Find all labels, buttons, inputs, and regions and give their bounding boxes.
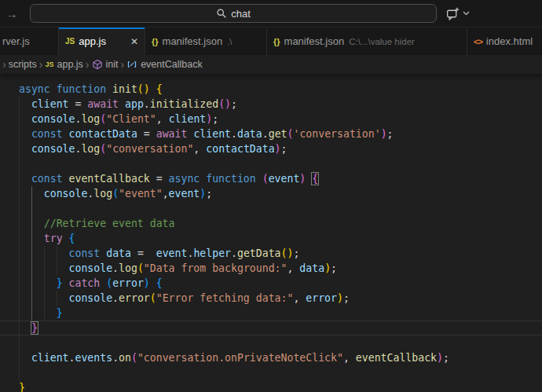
token-str: "Error fetching data:": [156, 292, 294, 304]
code-line[interactable]: [0, 335, 542, 350]
code-line[interactable]: console.log("Data from background:", dat…: [0, 261, 542, 276]
code-text: client.events.on("conversation.onPrivate…: [19, 352, 449, 364]
breadcrumb-item-scripts[interactable]: scripts: [9, 59, 37, 70]
code-line[interactable]: [0, 156, 542, 171]
tab-server-js[interactable]: rver.js: [0, 27, 59, 55]
token-fn: log: [93, 188, 112, 200]
token-pun: .: [231, 247, 237, 259]
active-tab-indicator: [59, 27, 145, 29]
token-b2: (: [100, 113, 106, 125]
token-b1: }: [19, 382, 25, 392]
breadcrumb-item-init[interactable]: init: [92, 59, 119, 70]
indent-guide: [31, 201, 32, 216]
token-ctrl: await: [156, 128, 188, 140]
token-pun: [100, 277, 106, 289]
indent-guide: [19, 171, 20, 186]
code-text: console.log("event",event);: [19, 188, 212, 200]
indent-guide: [19, 261, 20, 276]
token-pun: ,: [293, 292, 306, 304]
tab-app-js[interactable]: JS app.js ✕: [59, 27, 145, 55]
tab-path-suffix: .\: [227, 37, 232, 46]
code-text: console.log("Data from background:", dat…: [19, 262, 337, 274]
forward-arrow-button[interactable]: →: [0, 7, 24, 20]
tab-manifest-json-2[interactable]: {} manifest.json C:\...\value hider: [267, 27, 467, 55]
token-var: client: [169, 113, 207, 125]
code-line[interactable]: [0, 365, 542, 380]
code-text: } catch (error) {: [19, 277, 163, 289]
token-pun: ,: [156, 113, 169, 125]
js-file-icon: JS: [65, 37, 75, 46]
code-line[interactable]: console.error("Error fetching data:", er…: [0, 291, 542, 306]
code-line[interactable]: [0, 201, 542, 216]
code-text: const eventCallback = async function (ev…: [19, 173, 318, 185]
indent-guide: [31, 291, 32, 306]
token-b2: ): [437, 352, 443, 364]
code-line[interactable]: console.log("event",event);: [0, 186, 542, 201]
token-pun: [256, 173, 262, 185]
chevron-down-icon[interactable]: [463, 11, 470, 16]
token-pun: [63, 233, 69, 244]
token-var: error: [306, 292, 337, 304]
token-b1: (: [137, 262, 144, 274]
token-pun: [119, 98, 125, 110]
code-text: }: [19, 382, 25, 392]
search-text: chat: [231, 8, 251, 20]
token-str: 'conversation': [293, 128, 380, 140]
code-line[interactable]: }: [0, 380, 542, 392]
code-line[interactable]: console.log("Client", client);: [0, 112, 542, 126]
code-line[interactable]: console.log("conversation", contactData)…: [0, 141, 542, 156]
code-line[interactable]: async function init() {: [0, 82, 542, 97]
token-pun: ;: [387, 128, 394, 140]
token-fn: init: [112, 83, 137, 95]
token-pun: [19, 173, 31, 185]
breadcrumb-item-eventcallback[interactable]: eventCallback: [126, 59, 203, 70]
token-var: client: [193, 128, 231, 140]
token-pun: ;: [231, 98, 237, 110]
code-line[interactable]: const data = event.helper.getData();: [0, 246, 542, 261]
indent-guide: [19, 97, 20, 112]
indent-guide: [19, 112, 20, 126]
copilot-button[interactable]: [446, 7, 470, 20]
code-line[interactable]: //Retrieve event data: [0, 216, 542, 231]
token-fn: eventCallback: [69, 173, 150, 185]
indent-guide: [31, 246, 32, 261]
code-line[interactable]: client = await app.initialized();: [0, 97, 542, 112]
code-line[interactable]: try {: [0, 231, 542, 246]
token-fn: log: [81, 113, 100, 125]
code-line[interactable]: client.events.on("conversation.onPrivate…: [0, 350, 542, 365]
token-fn: error: [119, 292, 150, 304]
token-b3: ): [144, 277, 150, 289]
breadcrumb-label: app.js: [57, 59, 82, 70]
token-ctrl: await: [87, 98, 119, 110]
html-file-icon: <>: [474, 37, 482, 46]
command-center-search[interactable]: chat: [30, 4, 437, 23]
tab-label: manifest.json: [163, 35, 223, 47]
token-fn: initialized: [150, 98, 218, 110]
token-b2: ): [275, 143, 281, 155]
close-icon[interactable]: ✕: [123, 36, 138, 47]
tab-label: app.js: [79, 35, 106, 47]
token-fn: get: [269, 128, 287, 140]
token-fn: log: [81, 143, 100, 155]
code-editor[interactable]: async function init() { client = await a…: [0, 74, 542, 392]
token-pun: [19, 277, 57, 289]
code-line[interactable]: const eventCallback = async function (ev…: [0, 171, 542, 186]
code-line[interactable]: } catch (error) {: [0, 276, 542, 291]
token-fn: eventCallback: [356, 352, 437, 364]
code-line[interactable]: }: [0, 321, 542, 335]
code-line[interactable]: }: [0, 306, 542, 321]
indent-guide: [19, 126, 20, 141]
token-pun: [63, 173, 69, 185]
token-pun: .: [262, 128, 269, 140]
breadcrumb-item-app-js[interactable]: JS app.js: [45, 59, 82, 70]
token-var: client: [31, 352, 69, 364]
indent-guide: [19, 156, 20, 171]
code-line[interactable]: const contactData = await client.data.ge…: [0, 126, 542, 141]
tab-index-html[interactable]: <> index.html: [467, 27, 542, 55]
token-fn: getData: [237, 247, 281, 259]
search-icon: [216, 8, 227, 19]
token-b2: (: [131, 352, 137, 364]
token-var: error: [112, 277, 144, 289]
tab-manifest-json-1[interactable]: {} manifest.json .\: [145, 27, 267, 55]
indent-guide: [31, 306, 32, 321]
